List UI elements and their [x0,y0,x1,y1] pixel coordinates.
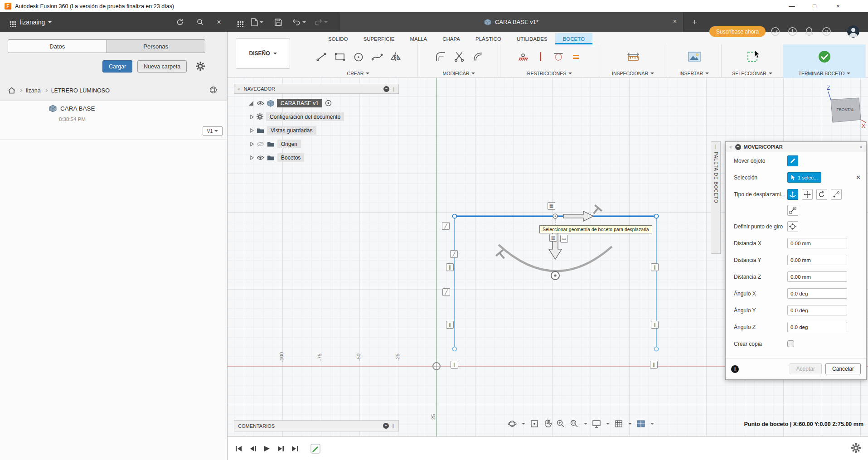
constraint-icon[interactable]: ▥ [549,234,557,242]
group-label-modificar[interactable]: MODIFICAR [443,71,470,76]
minus-circle-icon[interactable]: − [735,144,741,150]
timeline-sketch-feature[interactable] [310,443,321,454]
expand-arrow-icon[interactable] [250,128,254,133]
rectangle-tool-icon[interactable] [334,51,346,63]
accept-button[interactable]: Aceptar [790,363,822,374]
dialog-header[interactable]: « − MOVER/COPIAR » [726,142,866,152]
distance-y-input[interactable] [787,255,847,265]
origin-marker[interactable] [433,363,440,370]
trim-scissors-icon[interactable] [453,51,465,63]
angle-z-input[interactable] [787,322,847,332]
search-icon[interactable] [195,12,205,32]
angle-x-input[interactable] [787,288,847,299]
constraint-icon[interactable]: ∥ [446,263,454,271]
pivot-point-handle[interactable] [551,271,559,280]
skip-to-start-icon[interactable] [233,443,244,454]
plus-circle-icon[interactable]: + [383,423,389,429]
look-at-icon[interactable] [530,419,539,428]
subscribe-button[interactable]: Suscríbase ahora [709,26,766,37]
tab-superficie[interactable]: SUPERFICIE [355,33,402,44]
tree-item-label[interactable]: Bocetos [277,153,304,162]
eye-icon[interactable] [257,101,264,106]
move-arrow-right[interactable] [563,211,593,221]
view-cube[interactable]: Z FRONTAL X [817,82,868,129]
group-terminar-boceto[interactable]: TERMINAR BOCETO [783,44,866,78]
cancel-button[interactable]: Cancelar [825,363,861,374]
tab-utilidades[interactable]: UTILIDADES [509,33,555,44]
line-tool-icon[interactable] [315,51,327,63]
move-object-type-button[interactable] [787,155,798,166]
clear-selection-icon[interactable]: ✕ [856,174,861,181]
close-button[interactable]: × [828,0,849,12]
maximize-button[interactable]: □ [804,0,825,12]
group-label-inspeccionar[interactable]: INSPECCIONAR [612,71,648,76]
tab-personas[interactable]: Personas [107,40,205,53]
constraint-icon[interactable]: ▭ [560,235,568,242]
upload-button[interactable]: Cargar [102,60,132,73]
zoom-icon[interactable] [556,419,565,428]
expand-arrow-icon[interactable] [250,142,254,146]
avatar[interactable] [847,25,859,38]
zoom-window-icon[interactable] [570,419,579,428]
distance-z-input[interactable] [787,271,847,282]
group-label-restricciones[interactable]: RESTRICCIONES [527,71,566,76]
globe-icon[interactable] [209,86,217,94]
selection-chip[interactable]: 1 selec... [787,172,821,183]
constraint-icon[interactable]: ∥ [446,321,454,329]
insert-image-icon[interactable] [688,51,701,62]
tab-chapa[interactable]: CHAPA [435,33,468,44]
chevron-down-icon[interactable] [584,423,587,425]
play-icon[interactable] [262,443,272,454]
tab-solido[interactable]: SOLIDO [320,33,355,44]
tree-row-origin[interactable]: Origen [250,140,301,148]
help-icon[interactable]: ? [822,27,831,36]
user-menu[interactable]: lizanaing [20,12,52,32]
apps-grid-icon[interactable] [233,12,243,32]
tree-root-label[interactable]: CARA BASE v1 [277,99,322,107]
data-panel-grid-icon[interactable] [5,12,15,32]
breadcrumb-project[interactable]: LETRERO LUMINOSO [51,87,110,94]
step-back-icon[interactable] [247,443,258,454]
point-to-point-button[interactable] [831,189,842,200]
close-panel-icon[interactable]: × [214,12,224,32]
chevron-down-icon[interactable] [650,423,654,425]
tab-boceto[interactable]: BOCETO [555,33,592,44]
group-label-seleccionar[interactable]: SELECCIONAR [732,71,766,76]
eye-icon[interactable] [257,155,264,160]
collapse-chevrons-icon[interactable]: « [238,87,241,92]
info-icon[interactable]: i [731,365,739,373]
circle-tool-icon[interactable] [353,51,364,63]
activate-target-icon[interactable] [325,100,332,107]
distance-x-input[interactable] [787,238,847,248]
pan-hand-icon[interactable] [543,419,552,428]
vertical-constraint-icon[interactable] [535,51,546,62]
home-icon[interactable] [8,87,15,94]
workspace-dropdown[interactable]: DISEÑO [236,38,290,69]
view-cube-front-face[interactable]: FRONTAL [836,107,854,112]
sketch-palette-collapsed[interactable]: ∥ PALETA DE BOCETO [711,141,721,254]
create-copy-checkbox[interactable] [787,340,794,347]
job-status-icon[interactable] [771,27,780,36]
history-clock-icon[interactable] [788,27,797,36]
offset-tool-icon[interactable] [472,51,484,63]
finish-sketch-check-icon[interactable] [817,49,832,64]
document-tab[interactable]: CARA BASE v1* × [339,12,684,32]
mirror-tool-icon[interactable] [390,51,402,63]
spline-tool-icon[interactable] [371,51,383,63]
tree-item-label[interactable]: Configuración del documento [266,112,344,121]
panel-settings-gear-icon[interactable] [196,62,205,71]
fixed-constraint-icon[interactable] [518,51,529,62]
pattern-constraint-icon[interactable]: ▦ [548,202,555,210]
tangent-constraint-icon[interactable] [553,51,564,62]
orbit-icon[interactable] [508,419,517,428]
refresh-icon[interactable] [175,12,185,32]
grid-settings-icon[interactable] [614,419,623,428]
dock-left-icon[interactable]: « [729,145,732,150]
timeline-settings-gear-icon[interactable] [851,443,861,453]
angle-y-input[interactable] [787,305,847,315]
tab-datos[interactable]: Datos [8,40,107,53]
measure-ruler-icon[interactable] [626,51,640,63]
tree-item-label[interactable]: Vistas guardadas [267,126,316,135]
redo-button[interactable] [314,12,328,32]
eye-off-icon[interactable] [257,141,264,147]
